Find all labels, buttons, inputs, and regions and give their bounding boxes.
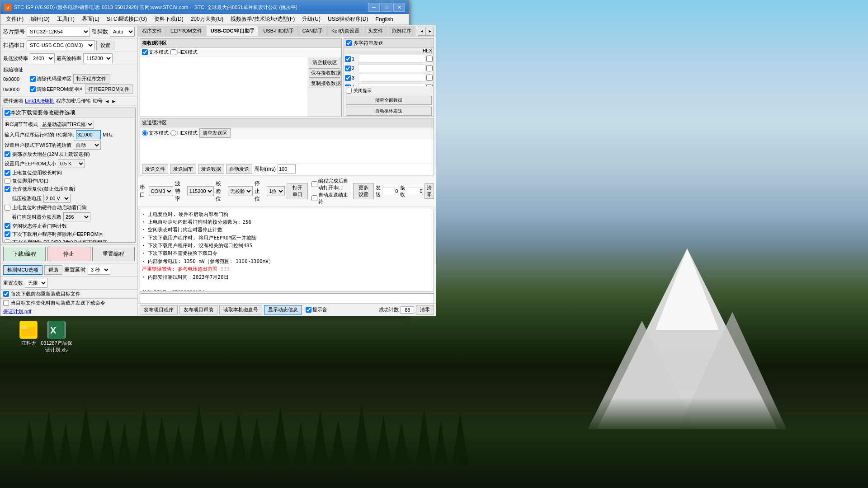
irc-freq-input[interactable]	[76, 130, 101, 139]
menu-usb-driver[interactable]: USB驱动程序(D)	[324, 14, 372, 24]
recv-hex-checkbox[interactable]	[170, 49, 176, 55]
log-area[interactable]: · 上电复位时, 硬件不启动内部看门狗 · 上电自动启动内部看门狗时的预分频数为…	[140, 209, 434, 292]
recv-text-checkbox[interactable]	[142, 49, 148, 55]
open-prog-button[interactable]: 打开程序文件	[73, 74, 109, 84]
watchdog-div-select[interactable]: 256	[63, 212, 90, 221]
period-input[interactable]	[278, 164, 296, 174]
menu-prize[interactable]: 200万大奖(U)	[187, 14, 227, 24]
menu-program[interactable]: 编程(O)	[27, 14, 53, 24]
auto-send-button[interactable]: 自动发送	[226, 164, 252, 174]
check-select[interactable]: 无校验	[228, 186, 253, 196]
tab-program-file[interactable]: 程序文件	[138, 26, 166, 36]
download-button[interactable]: 下载/编程	[3, 247, 46, 261]
close-hint-checkbox[interactable]	[346, 88, 352, 94]
stop-button[interactable]: 停止	[47, 247, 90, 261]
reset-delay-select[interactable]: 3 秒	[88, 265, 110, 275]
menu-download[interactable]: 资料下载(D)	[151, 14, 187, 24]
menu-upgrade[interactable]: 升级(U)	[298, 14, 324, 24]
show-dynamic-button[interactable]: 显示动态信息	[264, 305, 302, 314]
tab-examples[interactable]: 范例程序	[387, 26, 415, 36]
multi-row-1-hex[interactable]	[426, 56, 433, 62]
menu-file[interactable]: 文件(F)	[2, 14, 27, 24]
auto-open-checkbox[interactable]	[311, 181, 317, 187]
menu-video[interactable]: 视频教学/技术论坛/选型(F)	[227, 14, 298, 24]
menu-tools[interactable]: 工具(T)	[53, 14, 78, 24]
multi-row-1-input[interactable]	[358, 55, 425, 63]
recv-textarea[interactable]	[140, 57, 307, 117]
erase-eeprom-checkbox[interactable]	[5, 231, 10, 237]
tab-prev-btn[interactable]: ◄	[418, 27, 426, 36]
min-baud-select[interactable]: 2400	[30, 53, 55, 63]
port-select[interactable]: COM3	[149, 186, 173, 196]
multi-row-3-input[interactable]	[358, 74, 425, 82]
tab-can[interactable]: CAN助手	[298, 26, 327, 36]
baud-settings-select[interactable]: 115200	[187, 186, 214, 196]
tab-eeprom-file[interactable]: EEPROM文件	[166, 26, 206, 36]
close-button[interactable]: ✕	[393, 3, 405, 12]
desktop-icon-excel[interactable]: X 031287产品保证计划.xls	[41, 321, 72, 353]
volt-threshold-select[interactable]: 2.00 V	[43, 194, 71, 203]
clear-all-data-button[interactable]: 清空全部数据	[346, 96, 432, 105]
clear-count-btn[interactable]: 清零	[416, 305, 434, 314]
multi-row-3-checkbox[interactable]	[345, 75, 351, 81]
stop-select[interactable]: 1位	[267, 186, 285, 196]
send-text-radio[interactable]	[142, 130, 148, 136]
tab-next-btn[interactable]: ►	[426, 27, 434, 36]
hw-link[interactable]: Link1/U8烧机	[25, 98, 54, 104]
auto-loop-send-button[interactable]: 自动循环发送	[346, 107, 432, 116]
multi-row-2-hex[interactable]	[426, 65, 433, 71]
max-baud-select[interactable]: 115200	[83, 53, 113, 63]
reset-io-checkbox[interactable]	[5, 178, 10, 184]
tab-keil[interactable]: Keil仿真设置	[327, 26, 363, 36]
open-port-button[interactable]: 打开串口	[287, 183, 307, 199]
sound-checkbox[interactable]	[306, 307, 311, 313]
tab-usb-cdc[interactable]: USB-CDC/串口助手	[207, 26, 259, 36]
clear-recv-button[interactable]: 清空接收区	[309, 58, 340, 67]
serial-select[interactable]: STC-USB CDC (COM3)	[27, 40, 94, 50]
desktop-icon-jiangke[interactable]: 江科大	[13, 321, 44, 347]
irc-mode-select[interactable]: 总是动态调节IRC频率	[40, 120, 94, 129]
save-recv-button[interactable]: 保存接收数据	[309, 68, 340, 78]
send-return-button[interactable]: 发送回车	[170, 164, 196, 174]
low-volt-reset-checkbox[interactable]	[5, 186, 10, 192]
help-button[interactable]: 帮助	[44, 265, 62, 275]
cold-boot-checkbox[interactable]	[5, 239, 10, 242]
send-textarea[interactable]	[140, 139, 434, 162]
chip-select[interactable]: STC32F12K54	[27, 27, 90, 37]
copy-recv-button[interactable]: 复制接收数据	[309, 79, 340, 88]
menu-debug[interactable]: STC调试接口(G)	[103, 14, 151, 24]
hw-next-btn[interactable]: ►	[111, 99, 116, 104]
multi-row-2-input[interactable]	[358, 64, 425, 72]
options-content[interactable]: IRC调节节模式 总是动态调节IRC频率 输入用户程序运行时的IRC频率: MH…	[3, 118, 135, 242]
more-settings-button[interactable]: 更多设置	[353, 183, 374, 199]
clear-send-button[interactable]: 清空发送区	[199, 128, 231, 138]
clear-code-checkbox[interactable]	[30, 76, 36, 82]
tab-header[interactable]: 头文件	[364, 26, 387, 36]
options-enable-checkbox[interactable]	[5, 110, 10, 116]
osc-gain-checkbox[interactable]	[5, 151, 10, 157]
minimize-button[interactable]: ─	[368, 3, 380, 12]
multi-rows-container[interactable]: 1 2 3	[344, 54, 434, 86]
reprogram-button[interactable]: 重置编程	[92, 247, 135, 261]
tab-usb-hid[interactable]: USB-HID助手	[259, 26, 297, 36]
input-bar[interactable]	[140, 293, 434, 303]
publish-help-button[interactable]: 发布项目帮助	[179, 305, 217, 314]
publish-project-button[interactable]: 发布项目程序	[140, 305, 178, 314]
multi-send-enable-checkbox[interactable]	[346, 40, 352, 46]
menu-english[interactable]: English	[372, 15, 396, 23]
multi-row-3-hex[interactable]	[426, 75, 433, 81]
send-file-button[interactable]: 发送文件	[142, 164, 168, 174]
send-hex-radio[interactable]	[170, 130, 176, 136]
reset-times-select[interactable]: 无限	[25, 278, 47, 288]
wist-select[interactable]: 自动	[74, 141, 101, 150]
auto-reload-checkbox[interactable]	[3, 291, 9, 297]
file-link[interactable]: 保证计划.pdf	[3, 309, 31, 314]
hw-prev-btn[interactable]: ◄	[104, 99, 109, 104]
clear-count-button[interactable]: 清零	[425, 183, 434, 199]
auto-watchdog-checkbox[interactable]	[5, 205, 10, 211]
multi-row-2-checkbox[interactable]	[345, 66, 351, 71]
multi-row-1-checkbox[interactable]	[345, 56, 351, 62]
command-input[interactable]	[140, 294, 434, 303]
idle-watchdog-checkbox[interactable]	[5, 223, 10, 229]
detect-mcu-button[interactable]: 检测MCU选项	[3, 265, 42, 275]
